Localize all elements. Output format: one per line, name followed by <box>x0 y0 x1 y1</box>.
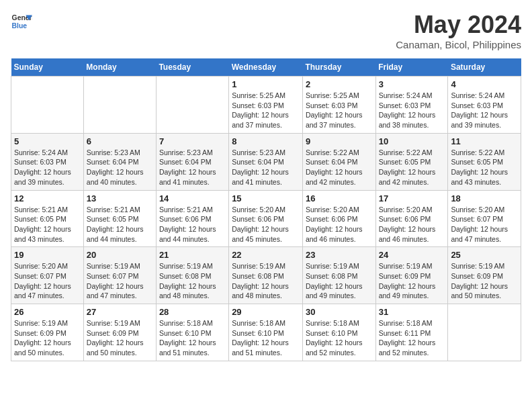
weekday-header-monday: Monday <box>83 58 156 77</box>
day-number: 19 <box>14 250 81 260</box>
calendar-cell: 19Sunrise: 5:20 AM Sunset: 6:07 PM Dayli… <box>11 247 84 304</box>
day-info: Sunrise: 5:24 AM Sunset: 6:03 PM Dayligh… <box>379 91 445 130</box>
calendar-cell: 21Sunrise: 5:19 AM Sunset: 6:08 PM Dayli… <box>156 247 228 304</box>
day-number: 21 <box>159 250 226 260</box>
calendar-cell: 14Sunrise: 5:21 AM Sunset: 6:06 PM Dayli… <box>156 190 228 247</box>
calendar-cell: 8Sunrise: 5:23 AM Sunset: 6:04 PM Daylig… <box>229 133 303 190</box>
day-number: 7 <box>159 136 226 146</box>
day-info: Sunrise: 5:19 AM Sunset: 6:08 PM Dayligh… <box>159 261 226 301</box>
calendar-cell: 23Sunrise: 5:19 AM Sunset: 6:08 PM Dayli… <box>302 247 375 304</box>
weekday-header-tuesday: Tuesday <box>156 58 228 77</box>
logo: General Blue <box>11 11 32 32</box>
day-number: 11 <box>451 136 518 146</box>
calendar-cell: 29Sunrise: 5:18 AM Sunset: 6:10 PM Dayli… <box>229 304 303 361</box>
day-info: Sunrise: 5:19 AM Sunset: 6:08 PM Dayligh… <box>232 261 300 301</box>
weekday-header-saturday: Saturday <box>448 58 521 77</box>
calendar-cell: 10Sunrise: 5:22 AM Sunset: 6:05 PM Dayli… <box>375 133 448 190</box>
day-number: 13 <box>87 193 153 203</box>
calendar-cell: 2Sunrise: 5:25 AM Sunset: 6:03 PM Daylig… <box>302 77 375 134</box>
logo-icon: General Blue <box>11 11 32 32</box>
day-info: Sunrise: 5:20 AM Sunset: 6:06 PM Dayligh… <box>379 205 445 244</box>
day-number: 25 <box>451 250 518 260</box>
calendar-week-4: 19Sunrise: 5:20 AM Sunset: 6:07 PM Dayli… <box>11 247 521 304</box>
calendar-cell: 31Sunrise: 5:18 AM Sunset: 6:11 PM Dayli… <box>375 304 448 361</box>
day-info: Sunrise: 5:19 AM Sunset: 6:07 PM Dayligh… <box>87 261 153 301</box>
calendar-cell: 1Sunrise: 5:25 AM Sunset: 6:03 PM Daylig… <box>229 77 303 134</box>
weekday-header-wednesday: Wednesday <box>229 58 303 77</box>
day-number: 4 <box>451 79 518 89</box>
day-info: Sunrise: 5:19 AM Sunset: 6:08 PM Dayligh… <box>306 261 373 301</box>
calendar-week-1: 1Sunrise: 5:25 AM Sunset: 6:03 PM Daylig… <box>11 77 521 134</box>
calendar-cell: 17Sunrise: 5:20 AM Sunset: 6:06 PM Dayli… <box>375 190 448 247</box>
day-number: 23 <box>306 250 373 260</box>
calendar-cell: 4Sunrise: 5:24 AM Sunset: 6:03 PM Daylig… <box>448 77 521 134</box>
day-info: Sunrise: 5:21 AM Sunset: 6:05 PM Dayligh… <box>14 205 81 244</box>
calendar-cell: 15Sunrise: 5:20 AM Sunset: 6:06 PM Dayli… <box>229 190 303 247</box>
calendar-cell: 25Sunrise: 5:19 AM Sunset: 6:09 PM Dayli… <box>448 247 521 304</box>
day-number: 16 <box>306 193 373 203</box>
weekday-header-friday: Friday <box>375 58 448 77</box>
calendar-cell: 26Sunrise: 5:19 AM Sunset: 6:09 PM Dayli… <box>11 304 84 361</box>
calendar-cell: 11Sunrise: 5:22 AM Sunset: 6:05 PM Dayli… <box>448 133 521 190</box>
calendar-cell: 13Sunrise: 5:21 AM Sunset: 6:05 PM Dayli… <box>83 190 156 247</box>
day-info: Sunrise: 5:25 AM Sunset: 6:03 PM Dayligh… <box>306 91 373 130</box>
day-number: 1 <box>232 79 300 89</box>
day-info: Sunrise: 5:21 AM Sunset: 6:05 PM Dayligh… <box>87 205 153 244</box>
calendar-cell <box>156 77 228 134</box>
calendar-cell <box>83 77 156 134</box>
day-number: 2 <box>306 79 373 89</box>
day-number: 17 <box>379 193 445 203</box>
calendar-cell: 3Sunrise: 5:24 AM Sunset: 6:03 PM Daylig… <box>375 77 448 134</box>
day-info: Sunrise: 5:19 AM Sunset: 6:09 PM Dayligh… <box>379 261 445 301</box>
day-info: Sunrise: 5:24 AM Sunset: 6:03 PM Dayligh… <box>14 148 81 187</box>
day-info: Sunrise: 5:21 AM Sunset: 6:06 PM Dayligh… <box>159 205 226 244</box>
weekday-header-sunday: Sunday <box>11 58 84 77</box>
day-info: Sunrise: 5:25 AM Sunset: 6:03 PM Dayligh… <box>232 91 300 130</box>
day-number: 14 <box>159 193 226 203</box>
day-number: 30 <box>306 307 373 317</box>
day-info: Sunrise: 5:20 AM Sunset: 6:07 PM Dayligh… <box>451 205 518 244</box>
location: Canaman, Bicol, Philippines <box>396 39 521 50</box>
day-number: 20 <box>87 250 153 260</box>
calendar-cell: 24Sunrise: 5:19 AM Sunset: 6:09 PM Dayli… <box>375 247 448 304</box>
day-number: 31 <box>379 307 445 317</box>
title-block: May 2024 Canaman, Bicol, Philippines <box>396 11 521 50</box>
day-info: Sunrise: 5:18 AM Sunset: 6:10 PM Dayligh… <box>159 318 226 358</box>
day-number: 28 <box>159 307 226 317</box>
day-info: Sunrise: 5:20 AM Sunset: 6:07 PM Dayligh… <box>14 261 81 301</box>
calendar-cell: 28Sunrise: 5:18 AM Sunset: 6:10 PM Dayli… <box>156 304 228 361</box>
day-number: 18 <box>451 193 518 203</box>
day-number: 15 <box>232 193 300 203</box>
calendar-cell: 30Sunrise: 5:18 AM Sunset: 6:10 PM Dayli… <box>302 304 375 361</box>
day-info: Sunrise: 5:19 AM Sunset: 6:09 PM Dayligh… <box>87 318 153 358</box>
day-number: 3 <box>379 79 445 89</box>
calendar-cell: 16Sunrise: 5:20 AM Sunset: 6:06 PM Dayli… <box>302 190 375 247</box>
calendar-cell: 12Sunrise: 5:21 AM Sunset: 6:05 PM Dayli… <box>11 190 84 247</box>
day-number: 26 <box>14 307 81 317</box>
calendar-table: SundayMondayTuesdayWednesdayThursdayFrid… <box>11 58 521 361</box>
weekday-header-thursday: Thursday <box>302 58 375 77</box>
calendar-cell: 9Sunrise: 5:22 AM Sunset: 6:04 PM Daylig… <box>302 133 375 190</box>
day-info: Sunrise: 5:18 AM Sunset: 6:11 PM Dayligh… <box>379 318 445 358</box>
day-number: 22 <box>232 250 300 260</box>
day-info: Sunrise: 5:22 AM Sunset: 6:04 PM Dayligh… <box>306 148 373 187</box>
day-number: 8 <box>232 136 300 146</box>
day-info: Sunrise: 5:20 AM Sunset: 6:06 PM Dayligh… <box>306 205 373 244</box>
day-number: 5 <box>14 136 81 146</box>
svg-text:Blue: Blue <box>12 22 28 30</box>
page-header: General Blue May 2024 Canaman, Bicol, Ph… <box>11 11 521 50</box>
weekday-header-row: SundayMondayTuesdayWednesdayThursdayFrid… <box>11 58 521 77</box>
day-info: Sunrise: 5:23 AM Sunset: 6:04 PM Dayligh… <box>87 148 153 187</box>
day-info: Sunrise: 5:19 AM Sunset: 6:09 PM Dayligh… <box>451 261 518 301</box>
calendar-cell: 22Sunrise: 5:19 AM Sunset: 6:08 PM Dayli… <box>229 247 303 304</box>
day-info: Sunrise: 5:24 AM Sunset: 6:03 PM Dayligh… <box>451 91 518 130</box>
day-info: Sunrise: 5:18 AM Sunset: 6:10 PM Dayligh… <box>306 318 373 358</box>
calendar-cell: 5Sunrise: 5:24 AM Sunset: 6:03 PM Daylig… <box>11 133 84 190</box>
month-title: May 2024 <box>396 11 521 39</box>
day-number: 27 <box>87 307 153 317</box>
calendar-week-5: 26Sunrise: 5:19 AM Sunset: 6:09 PM Dayli… <box>11 304 521 361</box>
calendar-cell <box>448 304 521 361</box>
day-info: Sunrise: 5:23 AM Sunset: 6:04 PM Dayligh… <box>159 148 226 187</box>
calendar-cell: 18Sunrise: 5:20 AM Sunset: 6:07 PM Dayli… <box>448 190 521 247</box>
calendar-cell <box>11 77 84 134</box>
